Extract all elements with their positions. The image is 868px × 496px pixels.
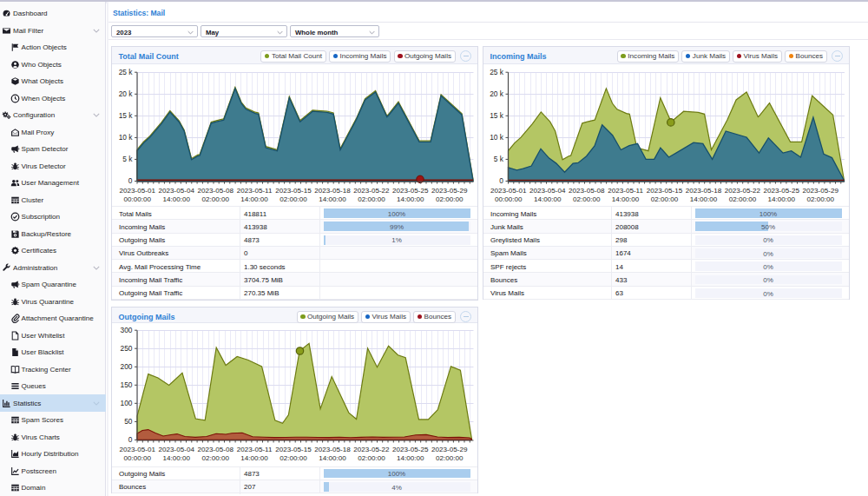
- svg-text:2023-05-04: 2023-05-04: [158, 187, 194, 195]
- svg-text:2023-05-11: 2023-05-11: [237, 446, 273, 453]
- svg-text:02:00:00: 02:00:00: [358, 454, 385, 462]
- svg-text:2023-05-11: 2023-05-11: [608, 187, 643, 195]
- svg-text:14:00:00: 14:00:00: [319, 195, 346, 203]
- svg-text:14:00:00: 14:00:00: [162, 454, 190, 462]
- svg-text:2023-05-15: 2023-05-15: [275, 446, 312, 453]
- svg-text:2023-05-04: 2023-05-04: [158, 446, 194, 453]
- svg-text:14:00:00: 14:00:00: [319, 454, 346, 462]
- svg-text:15 k: 15 k: [119, 111, 134, 120]
- svg-text:14:00:00: 14:00:00: [397, 454, 424, 462]
- svg-text:2023-05-08: 2023-05-08: [197, 187, 233, 195]
- svg-text:2023-05-04: 2023-05-04: [529, 187, 566, 195]
- svg-text:2023-05-29: 2023-05-29: [431, 187, 468, 195]
- svg-text:14:00:00: 14:00:00: [690, 195, 718, 203]
- svg-text:2023-05-25: 2023-05-25: [764, 187, 800, 195]
- svg-text:14:00:00: 14:00:00: [768, 195, 796, 203]
- svg-text:02:00:00: 02:00:00: [573, 195, 601, 203]
- svg-text:2023-05-25: 2023-05-25: [392, 187, 429, 195]
- svg-text:2023-05-29: 2023-05-29: [431, 446, 468, 453]
- svg-text:2023-05-15: 2023-05-15: [275, 187, 312, 195]
- svg-text:00:00:00: 00:00:00: [124, 454, 152, 462]
- svg-text:02:00:00: 02:00:00: [651, 195, 679, 203]
- svg-text:5 k: 5 k: [494, 155, 504, 163]
- svg-text:2023-05-18: 2023-05-18: [314, 187, 351, 195]
- svg-text:2023-05-08: 2023-05-08: [569, 187, 605, 195]
- svg-text:02:00:00: 02:00:00: [436, 195, 464, 203]
- svg-text:15 k: 15 k: [490, 111, 504, 120]
- svg-text:2023-05-01: 2023-05-01: [120, 446, 156, 453]
- svg-text:2023-05-15: 2023-05-15: [647, 187, 683, 195]
- svg-text:2023-05-08: 2023-05-08: [197, 446, 233, 453]
- svg-text:14:00:00: 14:00:00: [162, 195, 190, 203]
- svg-text:2023-05-25: 2023-05-25: [392, 446, 429, 453]
- svg-text:2023-05-18: 2023-05-18: [314, 446, 351, 453]
- svg-text:14:00:00: 14:00:00: [534, 195, 562, 203]
- svg-text:02:00:00: 02:00:00: [806, 195, 834, 203]
- svg-text:10 k: 10 k: [490, 133, 504, 142]
- svg-text:2023-05-18: 2023-05-18: [686, 187, 722, 195]
- svg-text:02:00:00: 02:00:00: [358, 195, 385, 203]
- svg-text:00:00:00: 00:00:00: [124, 195, 152, 203]
- svg-text:50: 50: [124, 417, 133, 426]
- svg-text:25 k: 25 k: [119, 68, 134, 76]
- svg-text:02:00:00: 02:00:00: [436, 454, 464, 462]
- svg-text:14:00:00: 14:00:00: [397, 195, 424, 203]
- svg-text:300: 300: [121, 326, 133, 334]
- svg-text:02:00:00: 02:00:00: [279, 454, 307, 462]
- svg-text:20 k: 20 k: [490, 89, 504, 98]
- svg-text:5 k: 5 k: [122, 155, 133, 163]
- svg-text:14:00:00: 14:00:00: [612, 195, 640, 203]
- svg-text:02:00:00: 02:00:00: [729, 195, 757, 203]
- svg-text:02:00:00: 02:00:00: [201, 195, 229, 203]
- svg-text:02:00:00: 02:00:00: [279, 195, 307, 203]
- svg-text:02:00:00: 02:00:00: [201, 454, 229, 462]
- svg-text:200: 200: [121, 362, 133, 371]
- svg-text:100: 100: [121, 399, 133, 407]
- svg-text:14:00:00: 14:00:00: [240, 195, 268, 203]
- svg-text:2023-05-29: 2023-05-29: [802, 187, 838, 195]
- svg-text:0: 0: [128, 435, 133, 444]
- svg-text:20 k: 20 k: [119, 89, 134, 98]
- svg-text:2023-05-01: 2023-05-01: [120, 187, 156, 195]
- svg-text:0: 0: [128, 176, 133, 185]
- svg-text:25 k: 25 k: [490, 68, 504, 76]
- svg-text:10 k: 10 k: [119, 133, 134, 142]
- svg-text:0: 0: [499, 176, 503, 185]
- svg-text:2023-05-11: 2023-05-11: [237, 187, 273, 195]
- svg-text:250: 250: [121, 344, 133, 353]
- svg-text:150: 150: [121, 380, 133, 389]
- svg-text:2023-05-01: 2023-05-01: [490, 187, 527, 195]
- svg-text:2023-05-22: 2023-05-22: [353, 187, 390, 195]
- svg-text:2023-05-22: 2023-05-22: [725, 187, 761, 195]
- svg-text:2023-05-22: 2023-05-22: [353, 446, 390, 453]
- svg-text:00:00:00: 00:00:00: [495, 195, 523, 203]
- svg-text:14:00:00: 14:00:00: [240, 454, 268, 462]
